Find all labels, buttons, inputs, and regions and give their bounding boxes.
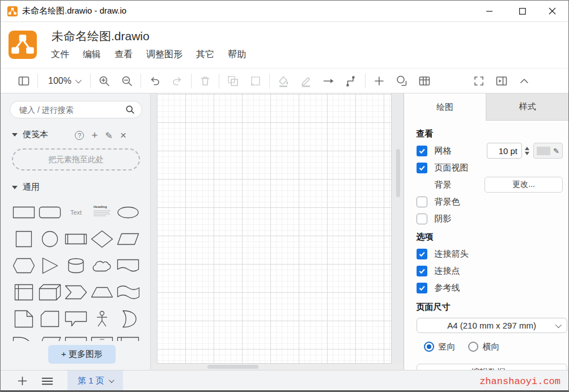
- shape-actor[interactable]: [89, 305, 115, 332]
- menu-file[interactable]: 文件: [50, 48, 70, 62]
- general-section-header[interactable]: 通用: [12, 182, 40, 193]
- connection-arrow-icon[interactable]: [317, 71, 340, 91]
- more-shapes-button[interactable]: + 更多图形: [48, 345, 116, 364]
- page-tab-label: 第 1 页: [78, 376, 104, 386]
- edit-data-button[interactable]: 编辑数据...: [417, 364, 567, 370]
- scratchpad-close-icon[interactable]: ×: [120, 129, 126, 142]
- minimize-button[interactable]: [477, 1, 503, 22]
- menu-edit[interactable]: 编辑: [82, 48, 101, 62]
- shape-or[interactable]: [115, 305, 141, 332]
- fullscreen-icon[interactable]: [468, 71, 490, 91]
- shape-text[interactable]: Text: [63, 199, 89, 225]
- shape-rectangle[interactable]: [11, 199, 37, 225]
- shadow-checkbox[interactable]: [417, 214, 427, 224]
- shape-and[interactable]: [11, 332, 37, 341]
- shape-card[interactable]: [37, 305, 63, 332]
- background-color-checkbox[interactable]: [417, 197, 427, 207]
- grid-checkbox[interactable]: [417, 146, 427, 156]
- redo-icon[interactable]: [166, 71, 189, 91]
- page-tab-1[interactable]: 第 1 页: [67, 370, 123, 391]
- shape-document[interactable]: [115, 252, 141, 279]
- shape-circle[interactable]: [37, 225, 63, 252]
- shape-internal-storage[interactable]: [11, 279, 37, 305]
- grid-size-stepper[interactable]: [523, 143, 531, 159]
- shape-note[interactable]: [11, 305, 37, 332]
- delete-icon[interactable]: [194, 71, 216, 91]
- shape-ellipse[interactable]: [115, 199, 141, 225]
- shape-diamond[interactable]: [89, 225, 115, 252]
- insert-shape-icon[interactable]: [390, 71, 413, 91]
- scratchpad-dropzone[interactable]: 把元素拖至此处: [12, 148, 140, 171]
- shape-trapezoid[interactable]: [89, 279, 115, 305]
- collapse-icon[interactable]: [513, 71, 536, 91]
- shape-triangle[interactable]: [37, 252, 63, 279]
- waypoints-icon[interactable]: [340, 71, 363, 91]
- shape-cube[interactable]: [37, 279, 63, 305]
- add-page-button[interactable]: [10, 370, 35, 391]
- landscape-radio[interactable]: [468, 342, 478, 352]
- close-button[interactable]: [539, 1, 565, 22]
- zoom-level-value: 100%: [48, 76, 71, 86]
- shape-textbox[interactable]: Heading: [89, 199, 115, 225]
- toolbar-separator: [269, 74, 270, 88]
- menu-help[interactable]: 帮助: [227, 48, 247, 62]
- shape-rectangle-plain[interactable]: [63, 332, 89, 341]
- menu-view[interactable]: 查看: [114, 48, 133, 62]
- to-front-icon[interactable]: [222, 71, 244, 91]
- page-size-select[interactable]: A4 (210 mm x 297 mm): [417, 318, 567, 333]
- shape-square[interactable]: [11, 225, 37, 252]
- shape-process[interactable]: [63, 225, 89, 252]
- background-color-label: 背景色: [435, 197, 460, 207]
- line-color-icon[interactable]: [295, 71, 317, 91]
- search-input[interactable]: [19, 105, 125, 114]
- grid-color-button[interactable]: ✎: [533, 143, 563, 159]
- change-background-button[interactable]: 更改...: [485, 177, 563, 193]
- grid-size-input[interactable]: [487, 143, 522, 159]
- shape-step[interactable]: [63, 279, 89, 305]
- menu-arrange[interactable]: 调整图形: [146, 48, 183, 62]
- to-back-icon[interactable]: [244, 71, 267, 91]
- view-section-header: 查看: [417, 129, 559, 140]
- vertical-scrollbar[interactable]: [396, 149, 400, 197]
- portrait-radio[interactable]: [424, 342, 434, 352]
- pages-menu-icon[interactable]: [35, 370, 60, 391]
- shape-container[interactable]: [89, 332, 115, 341]
- canvas-area[interactable]: [151, 93, 403, 370]
- format-panel: 绘图 样式 查看 网格 ✎ 页面视图: [404, 93, 568, 370]
- undo-icon[interactable]: [143, 71, 166, 91]
- document-title: 未命名绘图.drawio: [52, 28, 150, 44]
- connection-points-checkbox[interactable]: [417, 266, 427, 276]
- shape-parallelogram[interactable]: [115, 225, 141, 252]
- shape-data-storage[interactable]: [37, 332, 63, 341]
- shape-callout[interactable]: [63, 305, 89, 332]
- scratchpad-add-icon[interactable]: +: [91, 129, 97, 142]
- zoom-level-dropdown[interactable]: 100%: [40, 71, 88, 91]
- insert-table-icon[interactable]: [413, 71, 436, 91]
- fill-color-icon[interactable]: [272, 71, 295, 91]
- shape-hexagon[interactable]: [11, 252, 37, 279]
- scratchpad-section-header[interactable]: 便笺本 ? + ✎ ×: [12, 129, 140, 140]
- format-panel-toggle-icon[interactable]: [490, 71, 513, 91]
- shape-search-box[interactable]: [10, 101, 142, 118]
- horizontal-scrollbar[interactable]: [207, 365, 258, 369]
- toggle-panel-icon[interactable]: [12, 71, 35, 91]
- shape-vertical-container[interactable]: [115, 332, 141, 341]
- add-icon[interactable]: [368, 71, 390, 91]
- shape-rounded-rectangle[interactable]: [37, 199, 63, 225]
- zoom-out-icon[interactable]: [116, 71, 138, 91]
- page-view-checkbox[interactable]: [417, 163, 427, 173]
- chevron-down-icon: [109, 377, 114, 383]
- guides-checkbox[interactable]: [417, 283, 427, 293]
- scratchpad-help-icon[interactable]: ?: [75, 131, 84, 140]
- menu-extras[interactable]: 其它: [196, 48, 215, 62]
- tab-diagram[interactable]: 绘图: [404, 93, 486, 121]
- shape-tape[interactable]: [115, 279, 141, 305]
- shape-cloud[interactable]: [89, 252, 115, 279]
- tab-style[interactable]: 样式: [486, 93, 568, 121]
- maximize-button[interactable]: [509, 1, 536, 22]
- canvas-page[interactable]: [157, 93, 392, 364]
- shape-cylinder[interactable]: [63, 252, 89, 279]
- connection-arrows-checkbox[interactable]: [417, 249, 427, 259]
- zoom-in-icon[interactable]: [93, 71, 116, 91]
- scratchpad-edit-icon[interactable]: ✎: [105, 130, 112, 141]
